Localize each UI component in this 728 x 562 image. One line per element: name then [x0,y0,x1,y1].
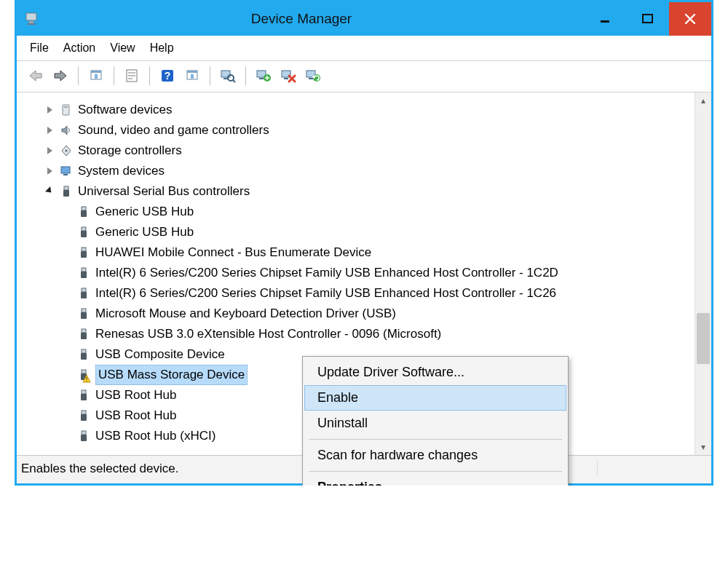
context-uninstall[interactable]: Uninstall [304,411,566,436]
svg-point-31 [66,150,68,152]
svg-rect-33 [63,174,68,175]
svg-rect-47 [81,312,87,319]
svg-rect-27 [309,78,313,79]
tree-item[interactable]: HUAWEI Mobile Connect - Bus Enumerate De… [24,242,690,263]
window-controls [585,2,711,36]
expander-icon[interactable] [44,166,55,176]
tree-category[interactable]: Software devices [24,100,690,120]
tree-label: Generic USB Hub [95,202,194,221]
tree-label: Intel(R) 6 Series/C200 Series Chipset Fa… [95,264,558,282]
tree-item[interactable]: Intel(R) 6 Series/C200 Series Chipset Fa… [24,283,690,304]
uninstall-device-button[interactable] [303,66,323,86]
expander-icon[interactable] [44,146,55,156]
menu-bar: File Action View Help [17,36,711,61]
svg-text:?: ? [165,70,171,82]
usb-device-icon [76,245,91,260]
update-driver-button[interactable] [253,66,274,86]
tree-category[interactable]: Sound, video and game controllers [24,120,690,140]
tree-category[interactable]: Storage controllers [24,140,690,161]
close-button[interactable] [669,2,711,36]
svg-rect-32 [61,167,70,173]
content-pane: Software devices Sound, video and game c… [17,92,711,455]
expander-icon[interactable] [44,186,55,197]
tree-label: Software devices [78,100,172,119]
scroll-thumb[interactable] [697,313,710,364]
tree-label: Sound, video and game controllers [78,121,269,140]
back-button[interactable] [25,66,46,86]
context-separator [309,471,562,472]
tree-label: USB Root Hub [95,406,177,425]
svg-rect-57 [81,394,87,400]
tree-item[interactable]: Renesas USB 3.0 eXtensible Host Controll… [24,324,690,344]
tree-category[interactable]: System devices [24,161,690,181]
scan-hardware-button[interactable] [218,66,238,86]
scroll-down-icon[interactable]: ▾ [695,439,711,455]
svg-line-20 [233,80,235,82]
properties-button[interactable] [122,66,142,86]
usb-device-icon [76,266,91,280]
svg-rect-41 [81,251,87,258]
menu-action[interactable]: Action [63,41,95,55]
scroll-track[interactable] [695,108,711,439]
forward-button[interactable] [50,66,71,86]
vertical-scrollbar[interactable]: ▴ ▾ [695,92,711,455]
show-hidden-button[interactable] [86,66,106,86]
context-scan[interactable]: Scan for hardware changes [304,443,566,468]
svg-rect-25 [284,78,288,79]
context-menu: Update Driver Software... Enable Uninsta… [302,356,569,486]
svg-rect-50 [82,349,86,353]
toolbar-separator [114,66,114,85]
svg-rect-9 [128,72,135,74]
system-devices-icon [59,164,74,178]
expander-icon[interactable] [44,105,55,115]
tree-label: Intel(R) 6 Series/C200 Series Chipset Fa… [95,284,556,303]
expander-icon[interactable] [44,125,55,135]
minimize-button[interactable] [585,2,627,36]
usb-device-icon [76,205,91,219]
svg-rect-56 [82,390,86,394]
tree-category[interactable]: Universal Serial Bus controllers [24,181,690,202]
disable-device-button[interactable] [278,66,298,86]
svg-rect-59 [81,414,87,421]
svg-rect-3 [601,20,609,23]
svg-rect-22 [259,78,264,79]
tree-item[interactable]: Microsoft Mouse and Keyboard Detection D… [24,304,690,324]
svg-rect-39 [81,231,87,237]
tree-label: USB Composite Device [95,345,225,364]
svg-rect-42 [82,268,86,272]
tree-item[interactable]: Generic USB Hub [24,202,690,222]
toolbar-separator [149,66,150,85]
usb-device-icon [76,225,91,240]
context-properties[interactable]: Properties [304,475,566,486]
svg-rect-60 [82,431,86,435]
svg-rect-35 [63,190,69,197]
window-title: Device Manager [18,11,585,27]
svg-rect-43 [81,272,87,278]
maximize-button[interactable] [627,2,669,36]
menu-help[interactable]: Help [150,41,174,55]
usb-device-warning-icon [76,368,91,382]
scroll-up-icon[interactable]: ▴ [695,92,711,108]
tree-label: Microsoft Mouse and Keyboard Detection D… [95,304,396,323]
tree-label: Generic USB Hub [95,223,194,242]
context-update-driver[interactable]: Update Driver Software... [304,360,566,385]
tree-item[interactable]: Generic USB Hub [24,222,690,242]
svg-rect-6 [91,71,101,73]
refresh-button[interactable] [182,66,202,86]
svg-rect-51 [81,353,87,360]
context-enable[interactable]: Enable [304,385,566,411]
menu-view[interactable]: View [110,41,135,55]
toolbar-separator [245,66,246,85]
usb-device-icon [76,327,91,341]
usb-controllers-icon [59,184,74,199]
svg-rect-7 [95,74,98,79]
tree-label: HUAWEI Mobile Connect - Bus Enumerate De… [95,243,371,262]
svg-rect-4 [643,15,652,23]
svg-rect-45 [81,292,87,298]
svg-rect-44 [82,288,86,292]
svg-rect-10 [128,75,135,76]
help-button[interactable]: ? [157,66,178,86]
tree-item[interactable]: Intel(R) 6 Series/C200 Series Chipset Fa… [24,263,690,283]
menu-file[interactable]: File [30,41,49,55]
context-separator [309,439,562,440]
